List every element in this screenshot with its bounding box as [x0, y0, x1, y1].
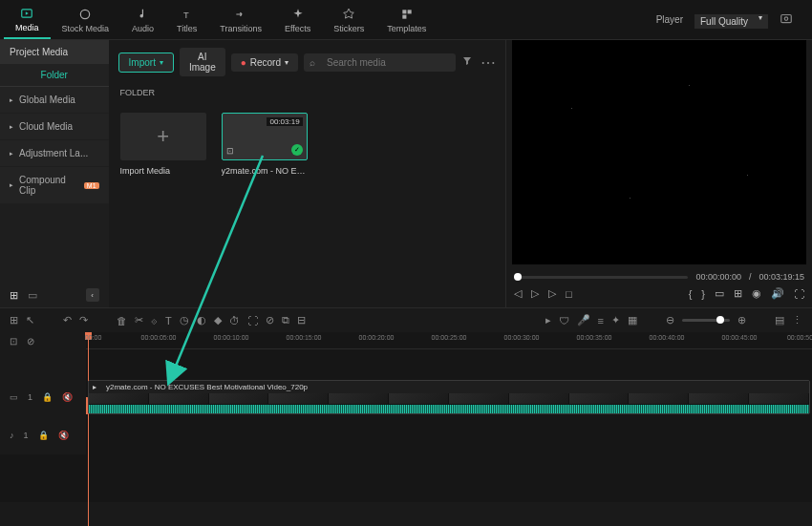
more-icon[interactable]: ⋯: [481, 53, 496, 72]
voiceover-icon[interactable]: 🛡: [559, 315, 569, 326]
delete-icon[interactable]: 🗑: [117, 315, 127, 326]
tool-layout-icon[interactable]: ⊞: [10, 314, 18, 326]
sidebar-item-adjustment[interactable]: ▸Adjustment La...: [0, 140, 109, 166]
tab-titles[interactable]: T Titles: [165, 0, 208, 39]
tab-effects[interactable]: Effects: [273, 0, 322, 39]
transitions-icon: [234, 7, 247, 22]
snapshot-icon[interactable]: [780, 11, 793, 29]
zoom-slider[interactable]: [682, 319, 730, 322]
link-icon[interactable]: ⊘: [27, 336, 34, 347]
undo-icon[interactable]: ↶: [63, 314, 72, 326]
settings-icon[interactable]: ⊞: [734, 287, 742, 300]
mark-in-icon[interactable]: {: [689, 288, 693, 300]
record-button[interactable]: ●Record▾: [231, 53, 298, 72]
link-icon[interactable]: ⊟: [297, 314, 306, 326]
view-icon[interactable]: ▤: [775, 314, 784, 326]
ruler-tick: 00:00:05:00: [141, 334, 177, 341]
sidebar: Project Media Folder ▸Global Media ▸Clou…: [0, 40, 109, 307]
lock-icon[interactable]: 🔒: [38, 431, 49, 440]
caret-icon: ▸: [10, 150, 13, 158]
zoom-in-icon[interactable]: ⊕: [737, 314, 746, 326]
player-label: Player: [656, 14, 683, 25]
ruler-tick: 00:00:30:00: [504, 334, 540, 341]
tab-stickers-label: Stickers: [333, 24, 364, 33]
sidebar-item-global[interactable]: ▸Global Media: [0, 87, 109, 113]
fullscreen-icon[interactable]: ⛶: [794, 288, 804, 300]
media-clip-item[interactable]: 00:03:19 ⊡ ✓ y2mate.com - NO EXC...: [222, 113, 308, 176]
expand-icon[interactable]: ⛶: [247, 315, 258, 326]
tool-select-icon[interactable]: ↖: [26, 314, 34, 326]
zoom-handle[interactable]: [716, 316, 724, 324]
clip-type-icon: ⊡: [226, 146, 234, 156]
snap-icon[interactable]: ▦: [628, 314, 637, 326]
redo-icon[interactable]: ↷: [79, 314, 88, 326]
play-icon[interactable]: ▷: [548, 287, 556, 300]
media-name: y2mate.com - NO EXC...: [222, 166, 308, 176]
render-icon[interactable]: ▸: [545, 314, 551, 326]
mic-icon[interactable]: 🎤: [577, 314, 590, 326]
clip-duration: 00:03:19: [267, 117, 302, 126]
progress-bar[interactable]: [514, 276, 688, 279]
filter-icon[interactable]: [461, 53, 473, 71]
sidebar-item-cloud[interactable]: ▸Cloud Media: [0, 114, 109, 139]
preview-canvas[interactable]: [512, 40, 806, 264]
camera-icon[interactable]: ◉: [752, 287, 761, 300]
timecode-sep: /: [749, 272, 752, 282]
mark-out-icon[interactable]: }: [701, 288, 705, 300]
stop-icon[interactable]: □: [566, 288, 572, 300]
effects-icon: [291, 7, 305, 22]
folder-add-icon[interactable]: ⊞: [10, 289, 18, 302]
import-label: Import: [129, 57, 156, 68]
timeline-ruler[interactable]: 00:00 00:00:05:00 00:00:10:00 00:00:15:0…: [86, 332, 812, 349]
audio-track-icon[interactable]: ♪: [10, 431, 14, 440]
video-track-icon[interactable]: ▭: [10, 392, 18, 402]
sidebar-header: Project Media: [0, 40, 109, 64]
color-icon[interactable]: ◐: [197, 314, 206, 326]
clip-thumb[interactable]: 00:03:19 ⊡ ✓: [222, 113, 308, 160]
quality-select[interactable]: Full Quality: [694, 14, 768, 29]
tab-stickers[interactable]: Stickers: [322, 0, 375, 39]
folder-icon[interactable]: ▭: [28, 289, 37, 302]
collapse-icon[interactable]: ‹: [86, 288, 99, 302]
progress-handle[interactable]: [514, 273, 522, 281]
import-media-item[interactable]: + Import Media: [120, 113, 206, 176]
clip-name: y2mate.com - NO EXCUSES Best Motivationa…: [106, 383, 308, 391]
cut-icon[interactable]: ✂: [135, 314, 143, 326]
mute-icon[interactable]: 🔇: [58, 431, 69, 440]
zoom-out-icon[interactable]: ⊖: [666, 314, 674, 326]
volume-icon[interactable]: 🔊: [771, 287, 784, 300]
templates-icon: [400, 7, 414, 22]
tab-audio[interactable]: Audio: [120, 0, 165, 39]
tab-stock-media[interactable]: Stock Media: [51, 0, 121, 39]
import-thumb[interactable]: +: [120, 113, 206, 160]
media-name: Import Media: [120, 166, 206, 176]
tab-transitions[interactable]: Transitions: [208, 0, 273, 39]
sidebar-tab-folder[interactable]: Folder: [0, 64, 109, 87]
tab-media[interactable]: Media: [4, 0, 51, 39]
video-clip[interactable]: ▸y2mate.com - NO EXCUSES Best Motivation…: [88, 380, 810, 414]
import-button[interactable]: Import▾: [118, 53, 174, 73]
text-icon[interactable]: T: [165, 315, 172, 326]
play-back-icon[interactable]: ▷: [531, 287, 539, 300]
lock-icon[interactable]: 🔒: [42, 392, 53, 402]
ratio-icon[interactable]: ▭: [715, 287, 724, 300]
more-tl-icon[interactable]: ⋮: [792, 314, 802, 326]
tool-icon[interactable]: ⊘: [266, 314, 274, 326]
search-input[interactable]: [304, 53, 456, 72]
speed-icon[interactable]: ◷: [180, 314, 189, 326]
group-icon[interactable]: ⧉: [282, 314, 289, 326]
tab-audio-label: Audio: [132, 24, 154, 33]
timer-icon[interactable]: ⏱: [229, 315, 240, 326]
ruler-tick: 00:00:35:00: [577, 334, 612, 341]
track-toggle-icon[interactable]: ⊡: [10, 336, 17, 347]
keyframe-icon[interactable]: ◆: [214, 314, 222, 326]
svg-rect-4: [407, 10, 411, 13]
tab-templates[interactable]: Templates: [375, 0, 438, 39]
ai-image-button[interactable]: AI Image: [180, 48, 225, 76]
marker-icon[interactable]: ✦: [611, 314, 620, 326]
mixer-icon[interactable]: ≡: [598, 315, 604, 326]
crop-icon[interactable]: ⟐: [151, 315, 158, 326]
sidebar-item-compound[interactable]: ▸Compound ClipM1: [0, 167, 109, 203]
mute-icon[interactable]: 🔇: [62, 392, 73, 402]
prev-frame-icon[interactable]: ◁: [514, 287, 522, 300]
